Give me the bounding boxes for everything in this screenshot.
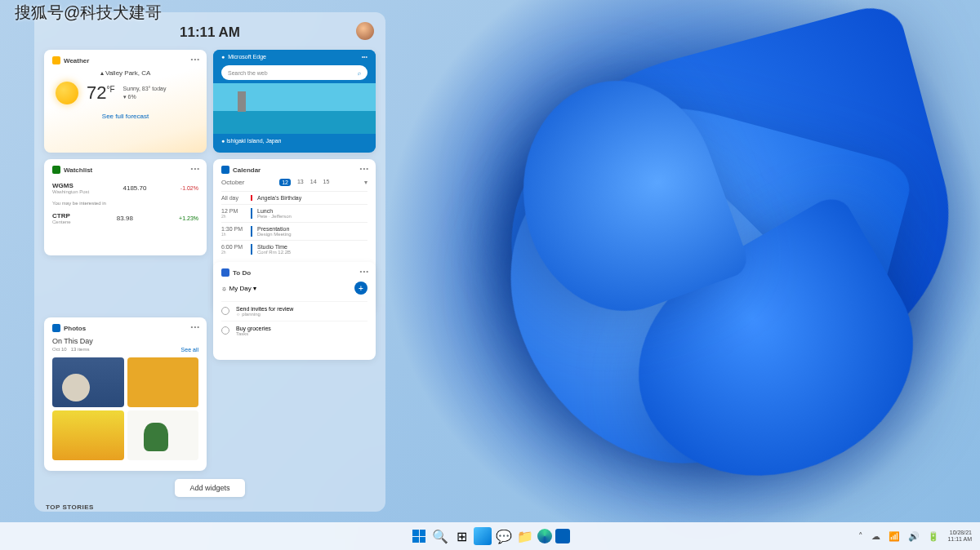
add-widgets-button[interactable]: Add widgets <box>175 479 244 497</box>
user-avatar[interactable] <box>356 22 374 40</box>
todo-list-selector[interactable]: ☼ My Day ▾ <box>221 285 256 292</box>
widgets-panel: 11:11 AM Weather ••• ▴ Valley Park, CA 7… <box>34 12 385 512</box>
explorer-button[interactable]: 📁 <box>516 527 534 545</box>
bing-image <box>213 83 376 134</box>
search-icon: ⌕ <box>358 70 361 76</box>
edge-icon: ● <box>221 54 225 60</box>
photos-heading: On This Day <box>52 337 198 345</box>
calendar-days[interactable]: 12131415 <box>279 179 329 186</box>
search-button[interactable]: 🔍 <box>431 527 449 545</box>
tray-chevron-icon[interactable]: ˄ <box>858 531 863 542</box>
weather-widget[interactable]: Weather ••• ▴ Valley Park, CA 72°F Sunny… <box>44 50 207 153</box>
weather-location: ▴ Valley Park, CA <box>52 69 198 77</box>
edge-button[interactable] <box>537 529 552 543</box>
chat-button[interactable]: 💬 <box>495 527 513 545</box>
stock-row[interactable]: WGMSWashington Post4185.70-1.02% <box>52 179 198 197</box>
source-watermark: 搜狐号@科技犬建哥 <box>15 2 162 24</box>
checkbox[interactable] <box>221 307 229 315</box>
sun-icon <box>56 82 78 104</box>
calendar-icon <box>221 166 229 174</box>
calendar-event[interactable]: 6:00 PM2hStudio TimeConf Rm 12.2B <box>221 240 368 258</box>
forecast-link[interactable]: See full forecast <box>52 113 198 120</box>
wifi-icon[interactable]: 📶 <box>889 531 900 542</box>
photo-thumbnail[interactable] <box>127 410 199 460</box>
volume-icon[interactable]: 🔊 <box>908 531 920 542</box>
weather-icon <box>52 56 60 64</box>
todo-icon <box>221 268 229 277</box>
widget-menu-button[interactable]: ••• <box>360 165 369 172</box>
finance-icon <box>52 166 60 174</box>
calendar-event[interactable]: 1:30 PM1hPresentationDesign Meeting <box>221 222 368 240</box>
photos-icon <box>52 324 60 332</box>
taskbar-clock[interactable]: 10/28/2111:11 AM <box>947 530 972 542</box>
stock-row[interactable]: CTRPCentene83.98+1.23% <box>52 209 198 228</box>
todo-item[interactable]: Buy groceriesTasks <box>221 321 368 340</box>
calendar-day[interactable]: 12 <box>279 179 291 186</box>
onedrive-icon[interactable]: ☁ <box>871 531 880 542</box>
start-button[interactable] <box>410 527 428 545</box>
finance-widget[interactable]: Watchlist ••• WGMSWashington Post4185.70… <box>44 159 207 255</box>
widget-menu-button[interactable]: ••• <box>360 268 369 275</box>
add-task-button[interactable]: + <box>354 282 368 295</box>
todo-widget[interactable]: To Do ••• ☼ My Day ▾ + Send invites for … <box>213 262 376 360</box>
calendar-day[interactable]: 15 <box>323 179 330 186</box>
todo-item[interactable]: Send invites for review☼ planning <box>221 301 368 321</box>
see-all-link[interactable]: See all <box>181 347 198 353</box>
battery-icon[interactable]: 🔋 <box>928 531 939 542</box>
photos-widget[interactable]: Photos ••• On This Day Oct 10 13 itemsSe… <box>44 317 207 471</box>
calendar-month: October <box>221 179 244 186</box>
panel-clock: 11:11 AM <box>180 24 240 41</box>
calendar-event[interactable]: 12 PM2hLunchPete · Jefferson <box>221 204 368 222</box>
search-input[interactable]: Search the web⌕ <box>221 65 368 80</box>
widget-menu-button[interactable]: ••• <box>362 54 368 60</box>
taskbar: 🔍 ⊞ 💬 📁 ˄ ☁ 📶 🔊 🔋 10/28/2111:11 AM <box>0 522 980 550</box>
calendar-day[interactable]: 14 <box>310 179 317 186</box>
widget-menu-button[interactable]: ••• <box>191 165 200 172</box>
photo-thumbnail[interactable] <box>52 410 124 460</box>
widget-menu-button[interactable]: ••• <box>191 55 200 63</box>
chevron-down-icon[interactable]: ▾ <box>364 179 368 186</box>
news-header: TOP STORIES <box>46 503 374 511</box>
task-view-button[interactable]: ⊞ <box>452 527 470 545</box>
checkbox[interactable] <box>221 326 229 335</box>
widget-menu-button[interactable]: ••• <box>191 323 200 330</box>
image-caption: ● Ishigaki Island, Japan <box>213 134 376 148</box>
edge-widget[interactable]: ●Microsoft Edge••• Search the web⌕ ● Ish… <box>213 50 376 153</box>
photo-thumbnail[interactable] <box>127 357 199 407</box>
calendar-day[interactable]: 13 <box>297 179 304 186</box>
widgets-button[interactable] <box>474 527 492 545</box>
photo-thumbnail[interactable] <box>52 357 124 407</box>
calendar-event[interactable]: All dayAngela's Birthday <box>221 191 368 204</box>
store-button[interactable] <box>555 529 570 543</box>
temperature: 72°F <box>87 82 115 104</box>
